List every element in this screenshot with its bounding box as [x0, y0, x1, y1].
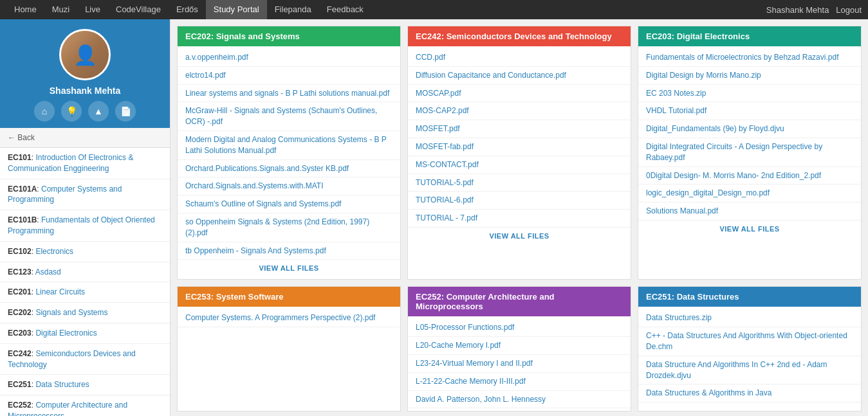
file-link[interactable]: Data Structure And Algorithms In C++ 2nd…	[638, 356, 861, 385]
sidebar-item-ec251[interactable]: EC251: Data Structures	[0, 375, 170, 395]
logout-button[interactable]: Logout	[836, 5, 862, 15]
file-link[interactable]: MOSCAP.pdf	[408, 85, 631, 103]
sidebar-item-ec101a[interactable]: EC101A: Computer Systems and Programming	[0, 179, 170, 211]
nav-codevillage[interactable]: CodeVillage	[108, 0, 169, 19]
card-ec242: EC242: Semiconductors Devices and Techno…	[407, 26, 631, 280]
nav-filepanda[interactable]: Filepanda	[267, 0, 319, 19]
card-header-ec251: EC251: Data Structures	[638, 287, 861, 307]
file-link[interactable]: Schaum's Outline of Signals and Systems.…	[178, 195, 400, 213]
card-code: EC251	[646, 292, 672, 302]
file-link[interactable]: L-21-22-Cache Memory II-III.pdf	[408, 373, 631, 391]
nav-home[interactable]: Home	[6, 0, 44, 19]
nav-study-portal[interactable]: Study Portal	[206, 0, 267, 19]
nav-live[interactable]: Live	[77, 0, 108, 19]
card-ec251: EC251: Data StructuresData Structures.zi…	[638, 286, 862, 411]
view-all-button[interactable]: VIEW ALL FILES	[178, 260, 400, 276]
file-link[interactable]: MOS-CAP2.pdf	[408, 102, 631, 120]
file-link[interactable]: 0Digital Design- M. Morris Mano- 2nd Edi…	[638, 167, 861, 185]
file-link[interactable]: MOSFET-fab.pdf	[408, 138, 631, 156]
sidebar-username: Shashank Mehta	[50, 86, 120, 96]
file-link[interactable]: so Oppenheim Signals & Systems (2nd Edit…	[178, 213, 400, 242]
file-link[interactable]: McGraw-Hill - Signals and Systems (Schau…	[178, 102, 400, 131]
file-link[interactable]: Data Structures & Algorithms in Java	[638, 384, 861, 402]
card-grid: EC202: Signals and Systemsa.v.oppenheim.…	[177, 26, 862, 411]
back-button[interactable]: ← Back	[0, 128, 170, 148]
file-link[interactable]: EC 203 Notes.zip	[638, 85, 861, 103]
file-link[interactable]: David A. Patterson, John L. Hennessy	[408, 391, 631, 409]
course-code: EC123	[8, 267, 32, 276]
view-all-button[interactable]: VIEW ALL FILES	[638, 221, 861, 237]
view-all-button[interactable]: VIEW ALL FILES	[408, 228, 631, 244]
file-link[interactable]: Diffusion Capacitance and Conductance.pd…	[408, 67, 631, 85]
file-link[interactable]: VHDL Tutorial.pdf	[638, 102, 861, 120]
card-header-ec203: EC203: Digital Electronics	[638, 26, 861, 46]
home-icon-btn[interactable]: ⌂	[34, 101, 55, 122]
file-link[interactable]: TUTORIAL-5.pdf	[408, 174, 631, 192]
file-link[interactable]: MOSFET.pdf	[408, 120, 631, 138]
card-body-ec251: Data Structures.zipC++ - Data Structures…	[638, 307, 861, 405]
course-code: EC101A	[8, 185, 37, 194]
card-code: EC203	[646, 32, 672, 41]
file-icon-btn[interactable]: 📄	[115, 101, 136, 122]
file-link[interactable]: L05-Processor Functions.pdf	[408, 319, 631, 337]
file-link[interactable]: Computer Systems. A Programmers Perspect…	[178, 309, 400, 327]
file-link[interactable]: Solutions Manual.pdf	[638, 203, 861, 221]
file-link[interactable]: L20-Cache Memory I.pdf	[408, 337, 631, 355]
nav-erdos[interactable]: Erdős	[169, 0, 206, 19]
file-link[interactable]: tb Oppenheim - Signals And Systems.pdf	[178, 242, 400, 260]
nav-muzi[interactable]: Muzi	[44, 0, 77, 19]
sidebar-item-ec101[interactable]: EC101: Introduction Of Electronics & Com…	[0, 148, 170, 179]
sidebar-icon-row: ⌂ 💡 ▲ 📄	[34, 101, 136, 122]
sidebar-profile: 👤 Shashank Mehta ⌂ 💡 ▲ 📄	[0, 19, 170, 128]
sidebar-item-ec123[interactable]: EC123: Asdasd	[0, 262, 170, 283]
card-header-ec252: EC252: Computer Architecture and Micropr…	[408, 287, 631, 316]
file-link[interactable]: C++ - Data Structures And Algorithms Wit…	[638, 327, 861, 356]
course-code: EC201	[8, 287, 32, 296]
course-name: Digital Electronics	[35, 329, 97, 338]
user-info: Shashank Mehta Logout	[766, 5, 862, 15]
sidebar-item-ec252[interactable]: EC252: Computer Architecture and Micropr…	[0, 395, 170, 416]
card-ec252: EC252: Computer Architecture and Micropr…	[407, 286, 631, 411]
course-name: Data Structures	[35, 380, 89, 389]
course-name: Signals and Systems	[35, 308, 107, 317]
file-link[interactable]: logic_design_digital_Design_mo.pdf	[638, 185, 861, 203]
card-body-ec202: a.v.oppenheim.pdfelctro14.pdfLinear syst…	[178, 46, 400, 279]
bulb-icon-btn[interactable]: 💡	[61, 101, 82, 122]
file-link[interactable]: TUTORIAL-6.pdf	[408, 192, 631, 210]
file-link[interactable]: Fundamentals of Microelectronics by Behz…	[638, 49, 861, 67]
sidebar-item-ec102[interactable]: EC102: Electronics	[0, 242, 170, 262]
sidebar-item-ec201[interactable]: EC201: Linear Circuits	[0, 282, 170, 303]
sidebar-item-ec202[interactable]: EC202: Signals and Systems	[0, 303, 170, 323]
file-link[interactable]: TUTORIAL - 7.pdf	[408, 210, 631, 228]
file-link[interactable]: MS-CONTACT.pdf	[408, 156, 631, 174]
file-link[interactable]: Data Structures.zip	[638, 309, 861, 327]
card-body-ec252: L05-Processor Functions.pdfL20-Cache Mem…	[408, 316, 631, 411]
course-code: EC251	[8, 380, 32, 389]
file-link[interactable]: Modern Digital and Analog Communications…	[178, 131, 400, 160]
file-link[interactable]: Digital Integrated Circuits - A Design P…	[638, 138, 861, 167]
content-area: EC202: Signals and Systemsa.v.oppenheim.…	[171, 19, 868, 416]
file-link[interactable]: a.v.oppenheim.pdf	[178, 49, 400, 67]
file-link[interactable]: L23-24-Virtual Memory I and II.pdf	[408, 355, 631, 373]
card-code: EC253	[185, 292, 211, 302]
card-title: System Software	[216, 292, 284, 302]
nav-feedback[interactable]: Feedback	[319, 0, 371, 19]
file-link[interactable]: Digital_Fundamentals (9e) by Floyd.djvu	[638, 120, 861, 138]
file-link[interactable]: Digital Design by Morris Mano.zip	[638, 67, 861, 85]
nav-links: Home Muzi Live CodeVillage Erdős Study P…	[6, 0, 371, 19]
course-code: EC203	[8, 329, 32, 338]
upload-icon-btn[interactable]: ▲	[88, 101, 109, 122]
back-label: ← Back	[8, 133, 35, 142]
sidebar-item-ec242[interactable]: EC242: Semiconductors Devices and Techno…	[0, 344, 170, 375]
file-link[interactable]: elctro14.pdf	[178, 67, 400, 85]
course-code: EC252	[8, 401, 32, 410]
sidebar-item-ec101b[interactable]: EC101B: Fundamentals of Object Oriented …	[0, 210, 170, 242]
file-link[interactable]: Orchard.Signals.and.Systems.with.MATI	[178, 177, 400, 195]
card-header-ec242: EC242: Semiconductors Devices and Techno…	[408, 26, 631, 46]
file-link[interactable]: Orchard.Publications.Signals.and.Syster …	[178, 160, 400, 178]
file-link[interactable]: Linear systems and signals - B P Lathi s…	[178, 85, 400, 103]
card-title: Semiconductors Devices and Technology	[447, 32, 612, 41]
sidebar-item-ec203[interactable]: EC203: Digital Electronics	[0, 323, 170, 344]
file-link[interactable]: CCD.pdf	[408, 49, 631, 67]
main-layout: 👤 Shashank Mehta ⌂ 💡 ▲ 📄 ← Back EC101: I…	[0, 19, 868, 416]
